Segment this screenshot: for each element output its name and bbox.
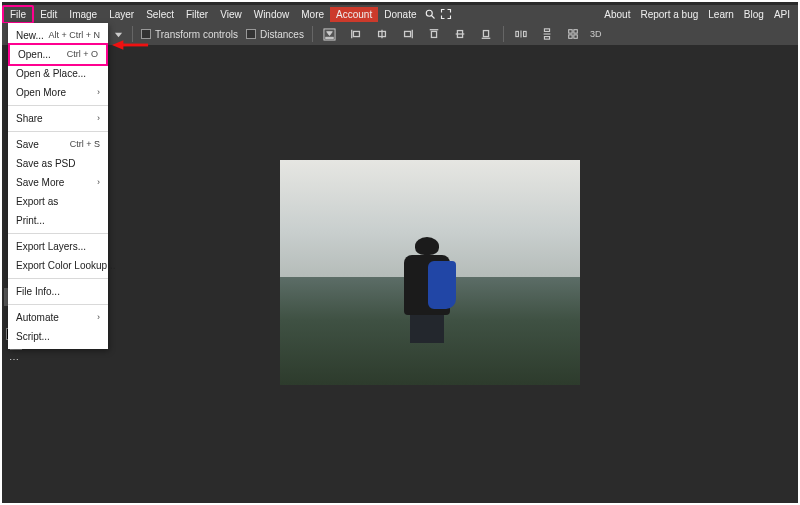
menu-item-save-as-psd[interactable]: Save as PSD	[8, 154, 108, 173]
svg-rect-26	[569, 35, 572, 38]
svg-rect-18	[516, 31, 519, 36]
menu-separator	[8, 105, 108, 106]
menu-item-print[interactable]: Print...	[8, 211, 108, 230]
svg-rect-22	[544, 37, 549, 40]
menu-item-shortcut: Ctrl + O	[67, 48, 98, 61]
menu-item-shortcut: Ctrl + S	[70, 138, 100, 151]
menu-item-file-info[interactable]: File Info...	[8, 282, 108, 301]
menu-item-label: Open...	[18, 48, 51, 61]
chevron-down-icon[interactable]	[112, 25, 124, 43]
menu-item-label: Print...	[16, 214, 45, 227]
checkbox-label: Transform controls	[155, 29, 238, 40]
grid-icon[interactable]	[564, 25, 582, 43]
menubar: File Edit Image Layer Select Filter View…	[2, 5, 798, 23]
search-icon[interactable]	[422, 6, 438, 22]
menu-item-open-place[interactable]: Open & Place...	[8, 64, 108, 83]
menu-item-label: Save as PSD	[16, 157, 75, 170]
menu-layer[interactable]: Layer	[103, 7, 140, 22]
menu-item-label: Export as	[16, 195, 58, 208]
menu-item-export-layers[interactable]: Export Layers...	[8, 237, 108, 256]
svg-rect-7	[353, 31, 359, 36]
menu-separator	[8, 278, 108, 279]
menu-item-share[interactable]: Share›	[8, 109, 108, 128]
menu-select[interactable]: Select	[140, 7, 180, 22]
svg-rect-11	[404, 31, 410, 36]
more-tools-icon[interactable]: ⋯	[4, 350, 24, 368]
svg-rect-19	[523, 31, 526, 36]
checkbox-transform-controls[interactable]: Transform controls	[141, 29, 238, 40]
menu-separator	[8, 304, 108, 305]
align-left-icon[interactable]	[347, 25, 365, 43]
app-window: File Edit Image Layer Select Filter View…	[0, 0, 800, 505]
svg-rect-27	[574, 35, 577, 38]
image-person	[397, 237, 457, 347]
checkbox-box-icon	[141, 29, 151, 39]
submenu-arrow-icon: ›	[97, 176, 100, 189]
menu-item-open-more[interactable]: Open More›	[8, 83, 108, 102]
distribute-v-icon[interactable]	[538, 25, 556, 43]
menu-file[interactable]: File	[2, 5, 34, 24]
svg-rect-17	[483, 31, 488, 37]
options-bar: Transform controls Distances 3D	[2, 23, 798, 45]
menu-edit[interactable]: Edit	[34, 7, 63, 22]
link-report-bug[interactable]: Report a bug	[640, 9, 698, 20]
menu-item-export-color-lookup[interactable]: Export Color Lookup...	[8, 256, 108, 275]
menubar-right: About Report a bug Learn Blog API	[604, 9, 798, 20]
three-d-toggle[interactable]: 3D	[590, 25, 602, 43]
svg-line-1	[432, 16, 435, 19]
divider	[132, 26, 133, 42]
link-learn[interactable]: Learn	[708, 9, 734, 20]
checkbox-box-icon	[246, 29, 256, 39]
align-right-icon[interactable]	[399, 25, 417, 43]
menu-item-label: Export Layers...	[16, 240, 86, 253]
menu-item-shortcut: Alt + Ctrl + N	[48, 29, 100, 42]
align-bottom-icon[interactable]	[477, 25, 495, 43]
menu-window[interactable]: Window	[248, 7, 296, 22]
align-top-icon[interactable]	[425, 25, 443, 43]
menu-donate[interactable]: Donate	[378, 7, 422, 22]
menu-item-label: Save More	[16, 176, 64, 189]
checkbox-distances[interactable]: Distances	[246, 29, 304, 40]
menu-item-label: Export Color Lookup...	[16, 259, 116, 272]
canvas-area[interactable]	[24, 45, 796, 501]
svg-point-0	[427, 10, 433, 16]
menu-item-save[interactable]: SaveCtrl + S	[8, 135, 108, 154]
menu-filter[interactable]: Filter	[180, 7, 214, 22]
divider	[312, 26, 313, 42]
svg-rect-13	[431, 31, 436, 37]
menu-item-label: New...	[16, 29, 44, 42]
menu-item-label: Save	[16, 138, 39, 151]
file-menu-dropdown: New...Alt + Ctrl + NOpen...Ctrl + OOpen …	[8, 23, 108, 349]
divider	[503, 26, 504, 42]
menu-image[interactable]: Image	[63, 7, 103, 22]
align-center-h-icon[interactable]	[373, 25, 391, 43]
align-middle-v-icon[interactable]	[451, 25, 469, 43]
link-about[interactable]: About	[604, 9, 630, 20]
distribute-h-icon[interactable]	[512, 25, 530, 43]
menu-separator	[8, 233, 108, 234]
expand-icon[interactable]	[438, 6, 454, 22]
link-api[interactable]: API	[774, 9, 790, 20]
svg-marker-2	[114, 32, 121, 37]
document-image[interactable]	[280, 160, 580, 385]
menu-item-script[interactable]: Script...	[8, 327, 108, 346]
submenu-arrow-icon: ›	[97, 311, 100, 324]
menu-separator	[8, 131, 108, 132]
svg-rect-21	[544, 29, 549, 32]
svg-rect-25	[574, 30, 577, 33]
menu-item-label: Share	[16, 112, 43, 125]
svg-rect-5	[326, 37, 333, 38]
download-icon[interactable]	[321, 25, 339, 43]
menu-item-export-as[interactable]: Export as	[8, 192, 108, 211]
svg-rect-24	[569, 30, 572, 33]
submenu-arrow-icon: ›	[97, 86, 100, 99]
menu-item-label: Script...	[16, 330, 50, 343]
checkbox-label: Distances	[260, 29, 304, 40]
menu-account[interactable]: Account	[330, 7, 378, 22]
menu-view[interactable]: View	[214, 7, 248, 22]
link-blog[interactable]: Blog	[744, 9, 764, 20]
menu-item-save-more[interactable]: Save More›	[8, 173, 108, 192]
menu-item-automate[interactable]: Automate›	[8, 308, 108, 327]
menu-item-open[interactable]: Open...Ctrl + O	[8, 43, 108, 66]
menu-more[interactable]: More	[295, 7, 330, 22]
